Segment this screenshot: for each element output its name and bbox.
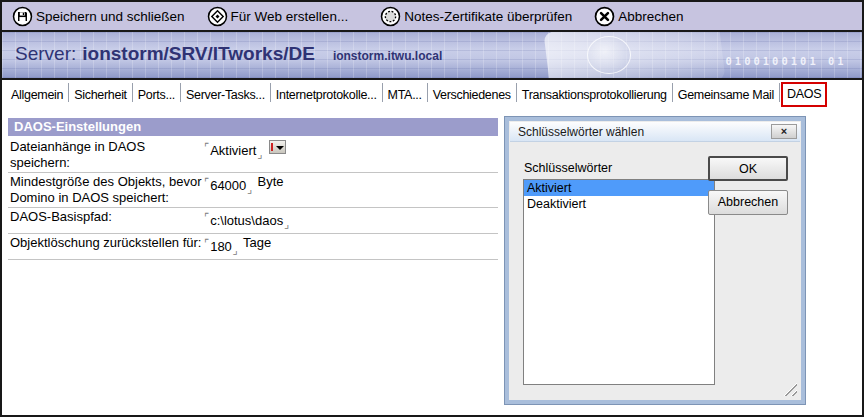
field-unit: Byte <box>257 174 283 190</box>
dropdown-button[interactable] <box>269 140 286 154</box>
daos-settings-form: Dateianhänge in DAOS speichern: Aktivier… <box>8 138 498 260</box>
ok-button[interactable]: OK <box>708 156 788 181</box>
list-item-deaktiviert[interactable]: Deaktiviert <box>524 196 714 212</box>
save-icon <box>12 6 33 27</box>
cancel-label: Abbrechen <box>618 9 683 24</box>
tab-internetprotokolle[interactable]: Internetprotokolle... <box>271 83 382 107</box>
page-title: Server: ionstorm/SRV/ITworks/DE ionstorm… <box>15 43 442 65</box>
cancel-icon <box>594 6 615 27</box>
tab-daos[interactable]: DAOS <box>781 82 827 107</box>
keywords-list-label: Schlüsselwörter <box>524 161 612 175</box>
banner-document-art <box>544 32 726 80</box>
tab-mta[interactable]: MTA... <box>383 83 427 107</box>
form-row-min-size: Mindestgröße des Objekts, bevor Domino i… <box>8 173 498 208</box>
action-toolbar: Speichern und schließen Für Web erstelle… <box>2 2 862 32</box>
field-label: Mindestgröße des Objekts, bevor Domino i… <box>10 174 202 206</box>
list-item-aktiviert[interactable]: Aktiviert <box>524 180 714 196</box>
globe-icon <box>587 36 631 74</box>
abbrechen-button[interactable]: Abbrechen <box>708 190 788 215</box>
server-name: ionstorm/SRV/ITworks/DE <box>82 43 315 65</box>
form-row-base-path: DAOS-Basispfad: c:\lotus\daos <box>8 208 498 234</box>
tab-sicherheit[interactable]: Sicherheit <box>69 83 132 107</box>
create-for-web-button[interactable]: Für Web erstellen... <box>207 6 349 27</box>
daos-tab-content: DAOS-Einstellungen Dateianhänge in DAOS … <box>2 109 862 411</box>
resize-grip[interactable] <box>783 382 797 396</box>
save-and-close-button[interactable]: Speichern und schließen <box>12 6 185 27</box>
close-icon[interactable]: × <box>771 124 797 139</box>
section-header[interactable]: DAOS-Einstellungen <box>8 118 498 136</box>
examine-notes-certificates-label: Notes-Zertifikate überprüfen <box>404 9 572 24</box>
form-row-defer-deletion: Objektlöschung zurückstellen für: 180 Ta… <box>8 234 498 260</box>
server-document-window: Speichern und schließen Für Web erstelle… <box>0 0 864 417</box>
base-path-field-value[interactable]: c:\lotus\daos <box>202 209 291 232</box>
attachments-field-value[interactable]: Aktiviert <box>202 139 265 162</box>
tab-ports[interactable]: Ports... <box>133 83 180 107</box>
server-hostname: ionstorm.itwu.local <box>333 49 442 63</box>
create-for-web-label: Für Web erstellen... <box>231 9 349 24</box>
keywords-dialog: Schlüsselwörter wählen × Schlüsselwörter… <box>505 117 805 404</box>
tab-transaktionsprotokollierung[interactable]: Transaktionsprotokollierung <box>517 83 672 107</box>
tab-allgemein[interactable]: Allgemein <box>6 83 68 107</box>
examine-notes-certificates-button[interactable]: Notes-Zertifikate überprüfen <box>380 6 572 27</box>
dialog-title: Schlüsselwörter wählen <box>518 125 771 139</box>
field-unit: Tage <box>243 235 271 251</box>
field-label: DAOS-Basispfad: <box>10 209 202 232</box>
tab-server-tasks[interactable]: Server-Tasks... <box>181 83 270 107</box>
field-label: Objektlöschung zurückstellen für: <box>10 235 202 258</box>
tab-gemeinsame-mail[interactable]: Gemeinsame Mail <box>673 83 779 107</box>
web-diamond-icon <box>207 6 228 27</box>
tab-bar: Allgemein Sicherheit Ports... Server-Tas… <box>2 80 862 109</box>
field-label: Dateianhänge in DAOS speichern: <box>10 139 202 171</box>
server-banner: 0100100101 01 0010101010 101 0101010 101… <box>2 32 862 80</box>
min-size-field-value[interactable]: 64000 <box>202 174 254 197</box>
dialog-titlebar[interactable]: Schlüsselwörter wählen × <box>510 122 800 142</box>
keywords-listbox[interactable]: Aktiviert Deaktiviert <box>523 179 715 385</box>
title-prefix: Server: <box>15 43 76 65</box>
defer-deletion-field-value[interactable]: 180 <box>202 235 240 258</box>
cancel-button[interactable]: Abbrechen <box>594 6 683 27</box>
certificate-icon <box>380 6 401 27</box>
save-and-close-label: Speichern und schließen <box>36 9 185 24</box>
form-row-attachments: Dateianhänge in DAOS speichern: Aktivier… <box>8 138 498 173</box>
tab-divider <box>779 83 780 102</box>
binary-decoration: 0100100101 01 0010101010 101 0101010 101… <box>725 33 856 80</box>
tab-verschiedenes[interactable]: Verschiedenes <box>428 83 516 107</box>
